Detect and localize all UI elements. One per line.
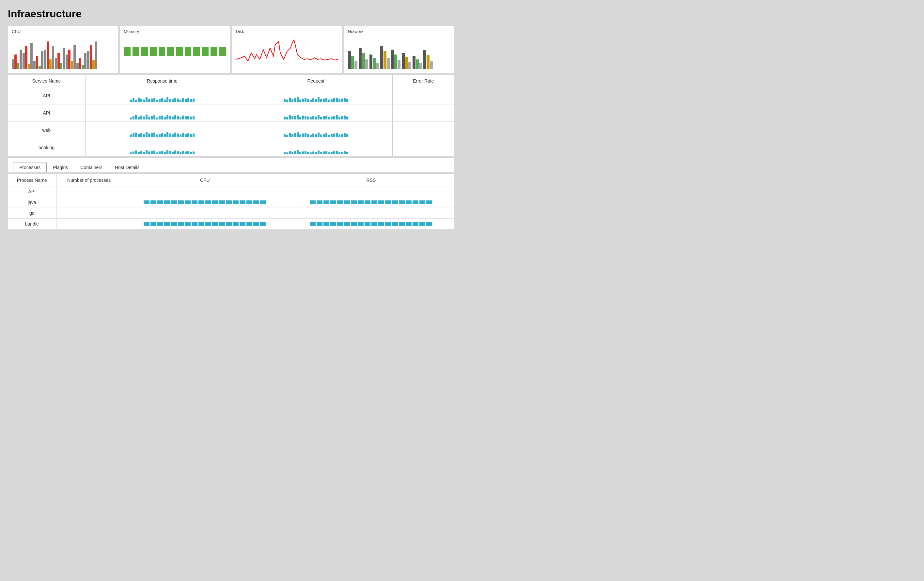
spark-bar (182, 151, 184, 154)
spark-bar (193, 134, 195, 137)
dash-segment (385, 200, 391, 204)
dash-segment (426, 200, 432, 204)
spark-bar (167, 115, 168, 119)
spark-bar (167, 150, 168, 154)
tab-plagins[interactable]: Plagins (47, 163, 74, 172)
network-bar (427, 55, 429, 69)
spark-bar (132, 98, 134, 102)
dash-segment (412, 222, 418, 226)
memory-bar (132, 47, 139, 56)
cpu-bar (44, 50, 46, 69)
network-bar (416, 59, 419, 69)
dash-segment (317, 200, 322, 204)
dash-segment (157, 222, 163, 226)
spark-bar (302, 134, 304, 137)
cpu-bar-group (87, 41, 97, 69)
spark-bar (331, 117, 333, 119)
spark-bar (161, 98, 163, 102)
page-title: Infraestructure (8, 8, 454, 20)
spark-bar (299, 99, 301, 102)
network-bar (383, 51, 386, 69)
dash-segment (178, 200, 184, 204)
spark-bar (331, 134, 333, 137)
spark-bar (169, 151, 171, 154)
spark-bar (187, 151, 189, 154)
process-table-row: go (8, 208, 454, 219)
spark-bar (318, 132, 320, 137)
spark-bar (344, 133, 346, 137)
process-cpu-cell (122, 187, 288, 197)
cpu-bar-group (76, 53, 86, 69)
cpu-card: CPU (8, 26, 118, 73)
request-spark-bars (243, 141, 389, 154)
spark-bar (286, 152, 288, 154)
spark-bar (336, 133, 338, 137)
cpu-bar (71, 61, 73, 69)
cpu-bar (63, 48, 65, 69)
spark-bar (310, 100, 312, 102)
disk-line-chart (236, 36, 338, 69)
num-processes-col-header: Number of processes (56, 174, 122, 187)
rss-dash-bars (292, 200, 450, 204)
error-rate-cell (393, 104, 454, 122)
dash-segment (351, 200, 357, 204)
spark-bar (312, 134, 314, 137)
response-time-cell (85, 87, 239, 104)
response-col-header: Response time (85, 75, 239, 87)
spark-bar (336, 115, 338, 119)
dash-segment (330, 222, 336, 226)
tab-host-details[interactable]: Host Details (109, 163, 145, 172)
spark-bar (172, 99, 174, 102)
service-table-row: API (8, 87, 454, 104)
spark-bar (130, 99, 132, 102)
spark-bar (305, 133, 307, 137)
spark-bar (344, 98, 346, 102)
spark-bar (177, 151, 179, 154)
errorrate-col-header: Error Rate (393, 75, 454, 87)
spark-bar (310, 152, 312, 154)
spark-bar (169, 134, 171, 137)
cpu-col-header: CPU (122, 174, 288, 187)
memory-bar (219, 47, 226, 56)
cpu-bar (76, 63, 79, 69)
spark-bar (320, 117, 322, 119)
spark-bar (302, 116, 304, 119)
spark-bar (161, 116, 163, 119)
dash-segment (358, 222, 364, 226)
spark-bar (292, 99, 294, 102)
spark-bar (156, 152, 158, 154)
dash-segment (385, 222, 391, 226)
cpu-bar (14, 54, 16, 69)
network-bar (391, 50, 394, 69)
dash-segment (198, 222, 204, 226)
network-bar-group (359, 48, 368, 69)
spark-bar (180, 134, 182, 137)
error-rate-cell (393, 122, 454, 139)
spark-bar (320, 134, 322, 137)
spark-bar (158, 134, 160, 137)
network-bar (430, 61, 433, 69)
spark-bar (140, 116, 142, 119)
tab-containers[interactable]: Containers (74, 163, 109, 172)
dash-segment (310, 200, 316, 204)
spark-bar (135, 100, 137, 102)
dash-segment (406, 200, 412, 204)
spark-bar (318, 115, 320, 119)
dash-segment (144, 200, 150, 204)
spark-bar (299, 134, 301, 137)
spark-bar (185, 99, 187, 102)
spark-bar (156, 134, 158, 137)
spark-bar (158, 99, 160, 102)
network-bar (362, 53, 365, 69)
tab-processes[interactable]: Processes (13, 163, 47, 172)
response-time-cell (85, 104, 239, 122)
cpu-bar (17, 63, 19, 69)
spark-bar (187, 133, 189, 137)
spark-bar (145, 115, 147, 119)
process-cpu-cell (122, 208, 288, 219)
spark-bar (151, 151, 153, 154)
dash-segment (164, 200, 170, 204)
spark-bar (193, 99, 195, 102)
cpu-bar (87, 51, 89, 69)
cpu-bar-group (12, 50, 22, 69)
